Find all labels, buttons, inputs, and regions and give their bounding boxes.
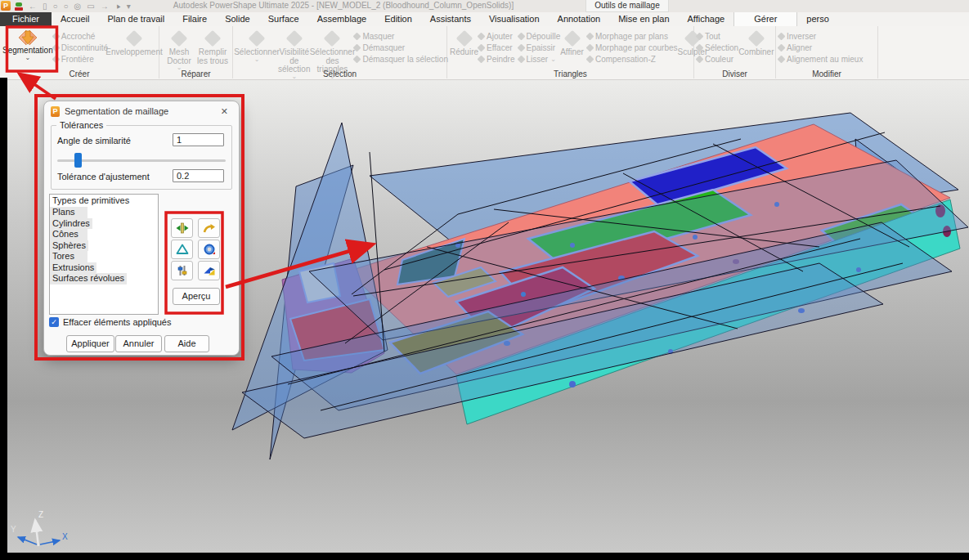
demasquer-button[interactable]: Démasquer [354,43,448,53]
discontinuite-button[interactable]: Discontinuité [53,43,108,53]
group-label-selection: Sélection [233,69,446,78]
tab-fichier[interactable]: Fichier [0,12,52,26]
tab-surface[interactable]: Surface [259,12,308,26]
compensation-z-button[interactable]: Compensation-Z [587,54,678,65]
peindre-button[interactable]: Peindre [478,54,514,65]
pinwheel-button[interactable] [198,261,220,280]
tab-filaire[interactable]: Filaire [173,12,216,26]
axis-z-label: Z [38,510,43,519]
reduire-button[interactable]: Réduire [450,28,478,57]
depouille-button[interactable]: Dépouille [518,31,561,42]
tab-affichage[interactable]: Affichage [679,12,734,26]
tab-visualisation[interactable]: Visualisation [480,12,549,26]
list-item-plans[interactable]: Plans [50,207,87,218]
mesh-icon [52,44,60,52]
title-bar: P ← ▯ ○ ○ ◎ ▭ → ▲ ▾ Autodesk PowerShape … [0,0,969,12]
dialog-icon-buttons [171,218,222,280]
creer-small-items: Accroché Discontinuité Frontière [53,28,108,65]
accroche-button[interactable]: Accroché [53,31,108,42]
dialog-title-bar[interactable]: P Segmentation de maillage ✕ [44,101,239,121]
ribbon-group-reparer: Mesh Doctor ⌄ Remplir les trous Réparer [159,26,233,78]
aligner-button[interactable]: Aligner [778,43,863,53]
z-offset-icon [585,56,594,64]
lisser-button[interactable]: Lisser⌄ [518,54,561,65]
frontiere-button[interactable]: Frontière [53,54,108,65]
unhide-selection-icon [353,56,361,64]
enveloppement-button[interactable]: Enveloppement [108,28,160,57]
alignement-au-mieux-button[interactable]: Alignement au mieux [778,54,863,65]
demasquer-selection-button[interactable]: Démasquer la sélection [354,54,448,65]
clear-applied-checkbox-row[interactable]: ✓ Effacer éléments appliqués [49,317,172,327]
best-fit-icon [778,56,786,64]
triangles-col1: Ajouter Effacer Peindre [478,28,514,65]
axis-y-label: Y [11,525,16,534]
filled-region-button[interactable] [198,240,220,259]
combiner-button[interactable]: Combiner [738,28,774,57]
angle-slider-thumb[interactable] [74,153,82,168]
triangles-col2: Dépouille Epaissir Lisser⌄ [515,28,561,65]
fit-tolerance-input[interactable] [173,169,224,182]
ajouter-button[interactable]: Ajouter [478,31,514,42]
tab-plan-de-travail[interactable]: Plan de travail [98,12,173,26]
thicken-icon [517,44,525,52]
tab-assemblage[interactable]: Assemblage [308,12,376,26]
angle-input[interactable] [173,133,224,146]
morphage-courbes-button[interactable]: Morphage par courbes [587,43,678,53]
morphage-plans-button[interactable]: Morphage par plans [587,31,678,42]
ribbon: Segmentation ⌄ Accroché Discontinuité Fr… [0,26,969,80]
inverser-button[interactable]: Inverser [778,31,863,42]
fit-tolerance-label: Tolérance d'ajustement [57,172,150,181]
selectionner-button[interactable]: Sélectionner ⌄ [236,28,278,62]
chevron-down-icon: ⌄ [254,57,260,62]
erase-icon [478,44,486,52]
tab-annotation[interactable]: Annotation [549,12,610,26]
effacer-button[interactable]: Effacer [478,43,514,53]
tab-accueil[interactable]: Accueil [52,12,98,26]
tab-mise-en-plan[interactable]: Mise en plan [609,12,678,26]
appliquer-button[interactable]: Appliquer [66,335,114,352]
checkbox-checked-icon[interactable]: ✓ [49,317,59,327]
mesh-doctor-button[interactable]: Mesh Doctor ⌄ [162,28,196,70]
curved-arrow-button[interactable] [198,218,220,238]
tab-assistants[interactable]: Assistants [421,12,480,26]
sliders-button[interactable] [171,261,193,280]
list-item-cones[interactable]: Cônes [50,229,87,240]
split-selection-icon [696,44,704,52]
segmentation-icon [17,29,38,47]
close-icon[interactable]: ✕ [217,105,232,118]
list-item-surfaces-revolues[interactable]: Surfaces révolues [50,273,127,284]
tab-solide[interactable]: Solide [216,12,259,26]
list-item-cylindres[interactable]: Cylindres [50,218,92,230]
group-label-creer: Créer [0,69,159,78]
flip-segments-button[interactable] [171,218,193,238]
annuler-button[interactable]: Annuler [115,335,162,352]
list-item-spheres[interactable]: Sphères [50,240,88,252]
tab-perso[interactable]: perso [797,12,838,26]
unhide-icon [353,44,361,52]
tab-edition[interactable]: Edition [375,12,421,26]
diviser-couleur-button[interactable]: Couleur [697,54,738,65]
angle-slider[interactable] [57,159,226,162]
tab-gerer[interactable]: Gérer [733,12,797,26]
affiner-button[interactable]: Affiner [560,28,584,57]
segmentation-button[interactable]: Segmentation ⌄ [2,28,53,60]
epaissir-button[interactable]: Epaissir [518,43,561,53]
list-item-extrusions[interactable]: Extrusions [50,262,96,274]
primitive-types-list[interactable]: Types de primitives Plans Cylindres Cône… [49,194,159,315]
masquer-button[interactable]: Masquer [354,31,448,42]
aide-button[interactable]: Aide [164,335,209,352]
apercu-button[interactable]: Aperçu [173,288,220,305]
list-item-tores[interactable]: Tores [50,251,87,262]
combine-icon [748,30,765,47]
tolerances-group-label: Tolérances [56,120,106,130]
powershape-dialog-icon: P [51,106,60,117]
remplir-les-trous-button[interactable]: Remplir les trous [196,28,229,65]
primitive-list-header: Types de primitives [50,195,158,207]
group-label-diviser: Diviser [694,69,775,78]
triangle-outline-button[interactable] [171,240,193,259]
diviser-tout-button[interactable]: Tout [697,31,738,42]
diviser-selection-button[interactable]: Sélection [697,43,738,53]
clear-applied-label: Effacer éléments appliqués [63,317,172,327]
contextual-tab-group-label: Outils de maillage [585,0,669,12]
smooth-icon [517,56,525,64]
